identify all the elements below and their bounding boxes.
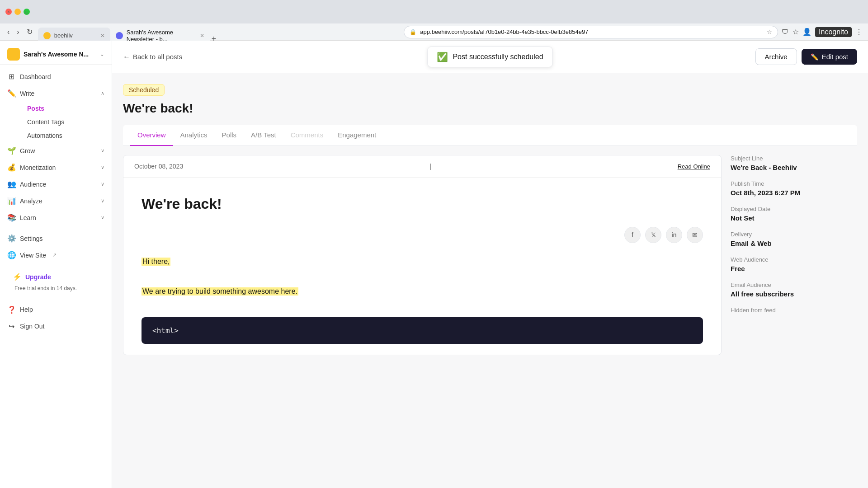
sidebar-item-automations[interactable]: Automations — [20, 129, 112, 142]
sidebar-nav: ⊞ Dashboard ✏️ Write ∧ Posts Content Tag… — [0, 65, 112, 488]
facebook-share-icon[interactable]: f — [624, 227, 641, 243]
linkedin-share-icon[interactable]: in — [666, 227, 682, 243]
posts-label: Posts — [27, 105, 44, 112]
close-window-button[interactable]: × — [5, 9, 12, 15]
minimize-window-button[interactable]: − — [14, 9, 21, 15]
sidebar-item-analyze[interactable]: 📊 Analyze ∨ — [0, 192, 112, 209]
sidebar-item-dashboard[interactable]: ⊞ Dashboard — [0, 68, 112, 85]
tab-polls[interactable]: Polls — [215, 125, 244, 146]
tab-ab-test[interactable]: A/B Test — [244, 125, 283, 146]
post-preview-body: We're back! f 𝕏 in ✉ Hi there, We are tr… — [123, 178, 721, 355]
preview-date: October 08, 2023 — [134, 163, 183, 170]
sidebar-write-sub: Posts Content Tags Automations — [0, 102, 112, 142]
monetization-icon: 💰 — [7, 163, 15, 172]
address-bar[interactable]: 🔒 app.beehiiv.com/posts/af70b1e0-24bb-4e… — [404, 26, 778, 38]
tab-overview[interactable]: Overview — [130, 125, 173, 146]
back-to-all-posts-link[interactable]: ← Back to all posts — [123, 53, 182, 61]
bookmark-icon[interactable]: ☆ — [767, 28, 772, 35]
external-link-icon: ↗ — [52, 252, 57, 258]
top-bar: ← Back to all posts ✅ Post successfully … — [112, 41, 868, 73]
sidebar-item-grow[interactable]: 🌱 Grow ∨ — [0, 142, 112, 159]
browser-window-controls: × − □ — [5, 9, 30, 15]
displayed-date-item: Displayed Date Not Set — [731, 206, 857, 222]
sidebar-settings-label: Settings — [20, 235, 43, 242]
browser-tabs-bar: beehiiv ✕ Sarah's Awesome Newsletter - b… — [38, 20, 401, 44]
social-share-icons: f 𝕏 in ✉ — [142, 227, 703, 243]
email-audience-value: All free subscribers — [731, 290, 857, 298]
address-text: app.beehiiv.com/posts/af70b1e0-24bb-4e35… — [420, 28, 763, 35]
edit-post-button[interactable]: ✏️ Edit post — [802, 49, 857, 65]
newsletter-logo — [7, 48, 20, 61]
audience-icon: 👥 — [7, 180, 15, 188]
post-title: We're back! — [123, 101, 857, 116]
sidebar-divider — [0, 228, 112, 228]
web-audience-label: Web Audience — [731, 256, 857, 263]
tab-analytics[interactable]: Analytics — [173, 125, 215, 146]
sidebar-learn-label: Learn — [20, 214, 36, 221]
maximize-window-button[interactable]: □ — [24, 9, 30, 15]
comments-tab-label: Comments — [291, 131, 324, 139]
polls-tab-label: Polls — [222, 131, 237, 139]
sidebar-item-monetization[interactable]: 💰 Monetization ∨ — [0, 159, 112, 176]
archive-button[interactable]: Archive — [755, 48, 797, 65]
sidebar-item-posts[interactable]: Posts — [20, 102, 112, 115]
beehiiv-tab-close[interactable]: ✕ — [100, 33, 105, 39]
sidebar-item-help[interactable]: ❓ Help — [0, 301, 112, 318]
grow-chevron-icon: ∨ — [101, 148, 104, 154]
subject-line-label: Subject Line — [731, 155, 857, 162]
hi-there-container: Hi there, — [142, 258, 703, 277]
sidebar-item-content-tags[interactable]: Content Tags — [20, 115, 112, 129]
write-icon: ✏️ — [7, 89, 15, 98]
view-site-icon: 🌐 — [7, 251, 15, 259]
twitter-share-icon[interactable]: 𝕏 — [645, 227, 661, 243]
sarah-tab-close[interactable]: ✕ — [200, 33, 204, 39]
reload-button[interactable]: ↻ — [25, 26, 34, 38]
hidden-from-feed-label: Hidden from feed — [731, 307, 857, 314]
app-layout: Sarah's Awesome N... ⌄ ⊞ Dashboard ✏️ Wr… — [0, 41, 868, 488]
profile-icon[interactable]: 👤 — [802, 28, 811, 36]
sidebar-item-view-site[interactable]: 🌐 View Site ↗ — [0, 247, 112, 263]
forward-nav-button[interactable]: › — [15, 26, 21, 38]
sidebar-item-sign-out[interactable]: ↪ Sign Out — [0, 318, 112, 335]
sidebar-audience-label: Audience — [20, 181, 46, 188]
info-panel: Subject Line We're Back - Beehiiv Publis… — [731, 155, 857, 355]
sarah-tab-label: Sarah's Awesome Newsletter - b... — [127, 29, 196, 42]
email-share-icon[interactable]: ✉ — [687, 227, 703, 243]
sidebar-analyze-label: Analyze — [20, 197, 42, 205]
audience-chevron-icon: ∨ — [101, 181, 104, 187]
newsletter-title: Sarah's Awesome N... — [24, 51, 96, 58]
sidebar-item-settings[interactable]: ⚙️ Settings — [0, 230, 112, 247]
tab-comments: Comments — [283, 125, 331, 146]
edit-post-label: Edit post — [822, 53, 848, 61]
post-header: Scheduled We're back! — [123, 84, 857, 116]
top-bar-actions: Archive ✏️ Edit post — [755, 48, 857, 65]
read-online-link[interactable]: Read Online — [678, 163, 710, 170]
sidebar-view-site-label: View Site — [20, 252, 46, 259]
subject-line-item: Subject Line We're Back - Beehiiv — [731, 155, 857, 171]
more-icon[interactable]: ⋮ — [855, 28, 863, 36]
upgrade-button[interactable]: ⚡ Upgrade — [7, 269, 104, 285]
hi-there-text: Hi there, — [142, 258, 170, 266]
sidebar-item-write[interactable]: ✏️ Write ∧ — [0, 85, 112, 102]
sidebar-item-learn[interactable]: 📚 Learn ∨ — [0, 209, 112, 226]
tab-engagement[interactable]: Engagement — [330, 125, 383, 146]
incognito-badge: Incognito — [815, 27, 852, 37]
delivery-item: Delivery Email & Web — [731, 231, 857, 247]
upgrade-label: Upgrade — [25, 273, 51, 281]
displayed-date-value: Not Set — [731, 214, 857, 222]
main-content: ← Back to all posts ✅ Post successfully … — [112, 41, 868, 488]
lock-icon: 🔒 — [410, 29, 416, 35]
back-link-label: Back to all posts — [133, 53, 182, 61]
success-toast: ✅ Post successfully scheduled — [427, 47, 552, 67]
sidebar-item-audience[interactable]: 👥 Audience ∨ — [0, 176, 112, 192]
star-icon[interactable]: ☆ — [793, 28, 799, 36]
build-text: We are trying to build something awesome… — [142, 287, 298, 296]
code-block-content: <html> — [152, 326, 179, 335]
browser-actions: 🛡 ☆ 👤 Incognito ⋮ — [782, 27, 863, 37]
address-bar-row: ‹ › ↻ beehiiv ✕ Sarah's Awesome Newslett… — [0, 23, 868, 41]
content-tags-label: Content Tags — [27, 118, 64, 126]
toast-message: Post successfully scheduled — [453, 53, 543, 61]
preview-title: We're back! — [142, 196, 703, 212]
newsletter-dropdown-icon[interactable]: ⌄ — [100, 51, 104, 57]
back-nav-button[interactable]: ‹ — [5, 26, 11, 38]
